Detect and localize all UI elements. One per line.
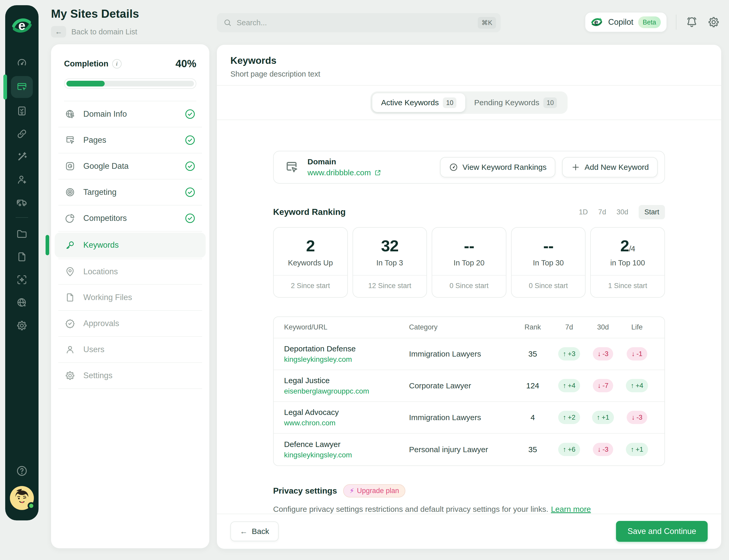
trend-down-badge: -3: [593, 347, 613, 360]
keyword-url-link[interactable]: www.chron.com: [284, 419, 409, 427]
sidebar-item-locations[interactable]: Locations: [58, 259, 202, 285]
user-avatar[interactable]: [10, 486, 34, 510]
back-to-domain-list[interactable]: ← Back to domain List: [51, 26, 139, 38]
completion-progress-fill: [66, 81, 105, 86]
external-link-icon: [374, 169, 382, 177]
rail-item-tasks[interactable]: [5, 99, 39, 122]
trend-up-badge: +1: [592, 411, 614, 424]
trend-down-badge: -3: [593, 443, 613, 456]
document-icon: [16, 251, 28, 263]
add-new-keyword-button[interactable]: Add New Keyword: [562, 157, 658, 177]
app-logo-icon[interactable]: e: [10, 14, 33, 37]
check-circle-icon: [184, 186, 196, 198]
pie-chart-icon: [65, 213, 76, 224]
filter-30d[interactable]: 30d: [616, 208, 628, 216]
table-row[interactable]: Legal Justice eisenberglawgrouppc.com Co…: [274, 370, 664, 402]
filter-start[interactable]: Start: [639, 205, 665, 219]
keyword-url-link[interactable]: kingsleykingsley.com: [284, 451, 409, 459]
beta-badge: Beta: [638, 16, 661, 28]
browser-cursor-icon: [11, 76, 33, 98]
truck-icon: [16, 197, 28, 209]
trend-up-badge: +2: [558, 411, 580, 424]
site-setup-nav: Domain Info Pages Google Data: [51, 101, 209, 389]
sidebar-item-users[interactable]: Users: [58, 337, 202, 363]
view-keyword-rankings-button[interactable]: View Keyword Rankings: [440, 157, 555, 177]
stat-in-top-20: -- In Top 20 0 Since start: [432, 227, 506, 298]
keyword-url-link[interactable]: kingsleykingsley.com: [284, 355, 409, 364]
learn-more-link[interactable]: Learn more: [551, 505, 591, 513]
table-row[interactable]: Defence Lawyer kingsleykingsley.com Pers…: [274, 434, 664, 465]
file-icon: [65, 292, 76, 303]
trend-up-badge: +6: [558, 443, 580, 456]
completion-value: 40%: [176, 58, 196, 70]
back-arrow-icon[interactable]: ←: [51, 26, 66, 38]
check-circle-icon: [184, 108, 196, 120]
help-button[interactable]: [16, 465, 28, 477]
trend-up-badge: +1: [626, 443, 648, 456]
global-search[interactable]: ⌘K: [217, 13, 501, 32]
rail-item-documents[interactable]: [5, 245, 39, 268]
ranking-stats: 2 Keywords Up 2 Since start 32 In Top 3 …: [273, 227, 665, 298]
rail-item-folders[interactable]: [5, 222, 39, 245]
stat-keywords-up: 2 Keywords Up 2 Since start: [273, 227, 348, 298]
target-icon: [65, 187, 76, 198]
gear-icon: [65, 370, 76, 381]
rail-active-indicator: [3, 74, 7, 99]
user-icon: [65, 344, 76, 355]
browser-cursor-icon: [65, 135, 76, 146]
filter-7d[interactable]: 7d: [598, 208, 606, 216]
sidebar-item-pages[interactable]: Pages: [58, 127, 202, 153]
filter-1d[interactable]: 1D: [579, 208, 588, 216]
sidebar-item-settings[interactable]: Settings: [58, 363, 202, 389]
stat-in-top-30: -- In Top 30 0 Since start: [511, 227, 586, 298]
back-button[interactable]: ← Back: [231, 521, 279, 541]
table-row[interactable]: Legal Advocacy www.chron.com Immigration…: [274, 402, 664, 434]
copilot-button[interactable]: e Copilot Beta: [585, 12, 667, 32]
sidebar-item-working-files[interactable]: Working Files: [58, 285, 202, 311]
sidebar-item-google-data[interactable]: Google Data: [58, 153, 202, 179]
plus-icon: [571, 163, 580, 172]
active-item-indicator: [46, 235, 49, 255]
keywords-table: Keyword/URL Category Rank 7d 30d Life De…: [273, 316, 665, 466]
table-row[interactable]: Deportation Defense kingsleykingsley.com…: [274, 338, 664, 370]
gauge-icon: [449, 163, 458, 172]
tab-active-keywords[interactable]: Active Keywords 10: [372, 93, 465, 112]
search-input[interactable]: [237, 18, 473, 27]
user-plus-icon: [16, 174, 28, 186]
tab-pending-keywords[interactable]: Pending Keywords 10: [465, 93, 566, 112]
section-subtitle: Short page description text: [231, 70, 708, 78]
sidebar-item-competitors[interactable]: Competitors: [58, 206, 202, 232]
rail-item-sites[interactable]: [5, 74, 39, 99]
bell-icon: [685, 16, 698, 29]
sidebar-item-domain-info[interactable]: Domain Info: [58, 101, 202, 127]
search-icon: [223, 18, 232, 27]
rail-item-magic-tools[interactable]: [5, 145, 39, 168]
save-and-continue-button[interactable]: Save and Continue: [616, 521, 708, 542]
rail-item-delivery[interactable]: [5, 191, 39, 214]
completion-label: Completion: [64, 59, 109, 69]
keyword-url-link[interactable]: eisenberglawgrouppc.com: [284, 387, 409, 395]
rail-item-links[interactable]: [5, 122, 39, 145]
rail-item-settings[interactable]: [5, 314, 39, 337]
copilot-logo-icon: e: [590, 15, 603, 29]
sidebar-item-approvals[interactable]: Approvals: [58, 311, 202, 337]
domain-url-link[interactable]: www.dribbble.com: [308, 168, 382, 177]
settings-button[interactable]: [707, 16, 720, 29]
check-circle-icon: [184, 134, 196, 146]
info-icon[interactable]: i: [112, 59, 122, 69]
upgrade-plan-badge[interactable]: ⚡ Upgrade plan: [343, 484, 405, 497]
domain-card: Domain www.dribbble.com View Keyword Ran…: [273, 151, 665, 184]
rail-item-dashboard[interactable]: [5, 52, 39, 74]
notifications-button[interactable]: [685, 16, 698, 29]
lightning-icon: ⚡: [350, 487, 354, 495]
gear-icon: [707, 16, 720, 29]
sidebar-item-targeting[interactable]: Targeting: [58, 179, 202, 206]
rail-item-ai-scan[interactable]: [5, 268, 39, 291]
trend-down-badge: -1: [627, 347, 647, 360]
sidebar-item-keywords[interactable]: Keywords: [55, 233, 206, 258]
page-title: My Sites Details: [51, 7, 139, 20]
rail-item-web-ai[interactable]: [5, 291, 39, 314]
rail-item-add-user[interactable]: [5, 168, 39, 191]
keywords-tabs: Active Keywords 10 Pending Keywords 10: [370, 91, 568, 114]
header-divider: [676, 15, 676, 30]
